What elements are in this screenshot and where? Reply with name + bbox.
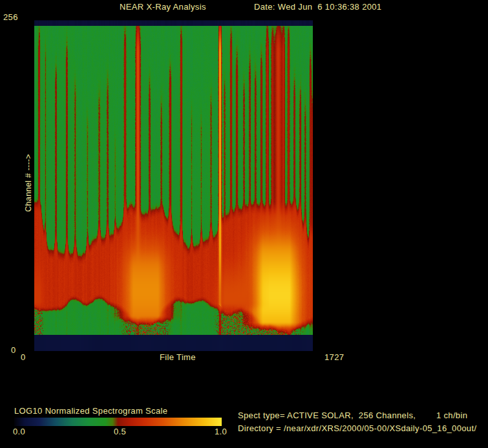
colorbar-title: LOG10 Normalized Spectrogram Scale — [14, 407, 167, 416]
x-axis-max-label: 1727 — [324, 353, 344, 362]
spectrogram-canvas — [34, 20, 313, 351]
colorbar-gradient — [14, 418, 222, 426]
directory-line: Directory = /near/xdr/XRS/2000/05-00/XSd… — [238, 424, 476, 433]
spect-type-line: Spect type= ACTIVE SOLAR, 256 Channels, … — [238, 411, 467, 420]
chart-title: NEAR X-Ray Analysis — [120, 3, 206, 12]
colorbar-tick-min: 0.0 — [13, 427, 25, 436]
x-axis-min-label: 0 — [21, 353, 26, 362]
x-axis-label: File Time — [160, 353, 196, 362]
date-label: Date: Wed Jun 6 10:36:38 2001 — [254, 3, 381, 12]
colorbar-tick-mid: 0.5 — [114, 427, 126, 436]
y-axis-label: Channel # ----> — [24, 154, 33, 212]
y-axis-min-label: 0 — [11, 346, 16, 355]
xray-analysis-window: NEAR X-Ray Analysis Date: Wed Jun 6 10:3… — [0, 0, 488, 448]
y-axis-max-label: 256 — [3, 13, 18, 22]
colorbar-tick-max: 1.0 — [215, 427, 227, 436]
